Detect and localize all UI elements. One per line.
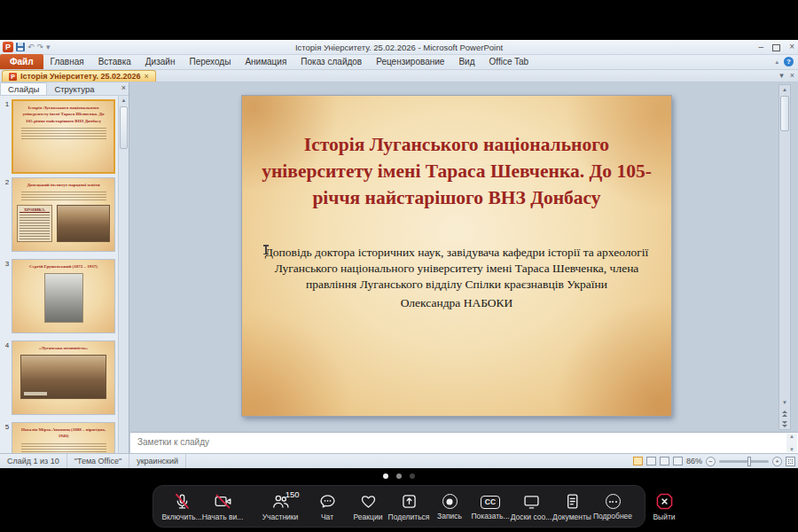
quick-access-toolbar: P ↶ ↷ ▾ — [0, 42, 51, 52]
ribbon-tab-slideshow[interactable]: Показ слайдов — [293, 54, 369, 69]
start-video-button[interactable]: Начать ви... — [203, 486, 242, 527]
photo-caption-strip — [24, 392, 47, 395]
close-button[interactable]: × — [789, 41, 794, 53]
tab-slides[interactable]: Слайды — [0, 82, 47, 95]
slide-thumbnail-canvas[interactable]: «Луганська античність» — [12, 340, 115, 415]
ribbon-tab-transitions[interactable]: Переходы — [182, 54, 238, 69]
ribbon-tab-insert[interactable]: Вставка — [91, 54, 138, 69]
zoom-meeting-shared-screen: P ↶ ↷ ▾ Історія Уніерситету. 25.02.2026 … — [0, 0, 798, 532]
reactions-heart-icon — [359, 492, 378, 511]
captions-button[interactable]: CC Показать... — [471, 486, 510, 527]
more-button[interactable]: Подробнее — [593, 486, 632, 527]
ribbon-tab-home[interactable]: Главная — [43, 54, 91, 69]
slide-number: 3 — [3, 259, 12, 333]
button-label: Поделиться — [388, 512, 430, 521]
reactions-button[interactable]: Реакции — [348, 486, 387, 527]
participants-count-badge: 150 — [286, 489, 300, 499]
zoom-slider[interactable] — [719, 460, 769, 463]
slides-panel-close-icon[interactable]: × — [121, 83, 126, 92]
slide-thumbnail-5[interactable]: 5 Наталія Мірза-Аванянц (1888 – вірогідн… — [3, 422, 118, 453]
page-dot[interactable] — [410, 473, 415, 479]
tab-outline[interactable]: Структура — [47, 83, 101, 95]
slide-author-text[interactable]: Олександра НАБОКИ — [242, 296, 671, 310]
slide-title-text[interactable]: Історія Луганського національного універ… — [254, 131, 659, 211]
scroll-down-icon[interactable]: ▼ — [789, 447, 794, 452]
documents-button[interactable]: Документы — [552, 486, 591, 527]
whiteboards-button[interactable]: Доски соо... — [512, 486, 551, 527]
fit-to-window-icon[interactable] — [786, 457, 795, 466]
notes-panel[interactable]: Заметки к слайду ▲ ▼ — [130, 432, 798, 453]
slide-thumbnail-canvas[interactable]: Сергій Грушевський (1872 – 1937) — [12, 259, 115, 333]
document-tab-close-icon[interactable]: × — [144, 72, 148, 81]
toolbar-page-dots[interactable] — [383, 473, 415, 479]
ribbon-tab-animations[interactable]: Анимация — [238, 54, 293, 69]
qat-dropdown-icon[interactable]: ▾ — [46, 42, 51, 52]
slide-thumbnail-canvas[interactable]: Донецький інститут народної освіти ХРОНИ… — [12, 177, 115, 252]
button-label: Выйти — [653, 512, 675, 521]
document-tab-active[interactable]: P Історія Уніерситету. 25.02.2026 × — [2, 70, 156, 82]
powerpoint-app-icon[interactable]: P — [3, 42, 13, 52]
participants-button[interactable]: 150 Участники — [254, 486, 306, 527]
slides-panel-scrollbar[interactable]: ▲ — [118, 96, 129, 453]
normal-view-icon[interactable] — [633, 457, 643, 466]
newspaper-heading: ХРОНИКА. — [20, 207, 50, 213]
tab-bar-close-icon[interactable]: × — [790, 71, 794, 80]
editor-scrollbar[interactable]: ▲ ▼ — [778, 84, 791, 430]
reading-view-icon[interactable] — [660, 457, 669, 466]
scrollbar-thumb[interactable] — [780, 96, 789, 131]
scrollbar-thumb[interactable] — [120, 106, 128, 149]
chat-button[interactable]: Чат — [308, 486, 347, 527]
notes-scrollbar[interactable]: ▲ ▼ — [786, 434, 797, 452]
minimize-button[interactable]: – — [759, 41, 764, 53]
undo-icon[interactable]: ↶ — [27, 42, 35, 52]
zoom-slider-thumb[interactable] — [747, 457, 751, 466]
zoom-in-button[interactable]: + — [772, 457, 782, 466]
redo-icon[interactable]: ↷ — [37, 42, 44, 52]
theme-indicator: "Тема Office" — [67, 454, 129, 468]
ribbon-tab-view[interactable]: Вид — [451, 54, 481, 69]
ribbon-tab-review[interactable]: Рецензирование — [369, 54, 451, 69]
slide-thumbnail-4[interactable]: 4 «Луганська античність» — [3, 340, 118, 415]
button-label: Начать ви... — [202, 512, 244, 521]
record-button[interactable]: Запись — [430, 486, 469, 527]
slideshow-view-icon[interactable] — [673, 457, 683, 466]
tab-list-dropdown-icon[interactable]: ▾ — [779, 71, 784, 80]
page-dot-active[interactable] — [383, 473, 388, 479]
restore-button[interactable] — [772, 44, 780, 51]
ribbon-tab-office-tab[interactable]: Office Tab — [482, 54, 536, 69]
previous-slide-button[interactable] — [779, 408, 790, 419]
scroll-up-icon[interactable]: ▲ — [779, 85, 790, 95]
scroll-up-icon[interactable]: ▲ — [119, 96, 129, 103]
page-dot[interactable] — [396, 473, 402, 479]
ribbon-tab-design[interactable]: Дизайн — [138, 54, 183, 69]
slide-sorter-view-icon[interactable] — [646, 457, 656, 466]
help-icon[interactable]: ? — [784, 57, 794, 66]
slides-panel-tabs: Слайды Структура × — [0, 82, 129, 96]
thumbnail-title: Наталія Мірза-Аванянц (1888 – вірогідно,… — [12, 423, 114, 442]
scroll-down-icon[interactable]: ▼ — [779, 398, 790, 408]
slide-thumbnail-3[interactable]: 3 Сергій Грушевський (1872 – 1937) — [3, 259, 118, 333]
minimize-ribbon-icon[interactable]: ▴ — [775, 59, 778, 66]
slide-canvas[interactable]: Історія Луганського національного універ… — [241, 95, 672, 417]
building-photo — [57, 205, 110, 242]
thumbnail-title: «Луганська античність» — [12, 341, 114, 353]
ribbon-tab-file[interactable]: Файл — [0, 54, 43, 69]
share-screen-button[interactable]: Поделиться — [389, 486, 428, 527]
slide-thumbnail-2[interactable]: 2 Донецький інститут народної освіти ХРО… — [3, 177, 118, 252]
zoom-out-button[interactable]: − — [706, 457, 716, 466]
button-label: Чат — [321, 512, 333, 521]
slide-number: 5 — [3, 422, 12, 453]
next-slide-button[interactable] — [779, 419, 790, 429]
leave-meeting-button[interactable]: Выйти — [645, 486, 684, 527]
slide-thumbnail-canvas[interactable]: Історія Луганського національного універ… — [12, 99, 115, 174]
scrollbar-bottom-controls: ▼ — [779, 398, 790, 429]
language-indicator[interactable]: украинский — [129, 454, 186, 468]
save-icon[interactable] — [16, 43, 25, 51]
slide-thumbnail-canvas[interactable]: Наталія Мірза-Аванянц (1888 – вірогідно,… — [12, 422, 115, 453]
slide-body-text[interactable]: Доповідь доктора історичних наук, завіду… — [256, 245, 657, 292]
notes-placeholder[interactable]: Заметки к слайду — [130, 433, 798, 447]
slide-thumbnail-1[interactable]: 1 Історія Луганського національного унів… — [3, 99, 118, 174]
building-photo — [20, 355, 106, 399]
unmute-button[interactable]: Включить... — [162, 486, 201, 527]
scroll-up-icon[interactable]: ▲ — [789, 434, 794, 439]
